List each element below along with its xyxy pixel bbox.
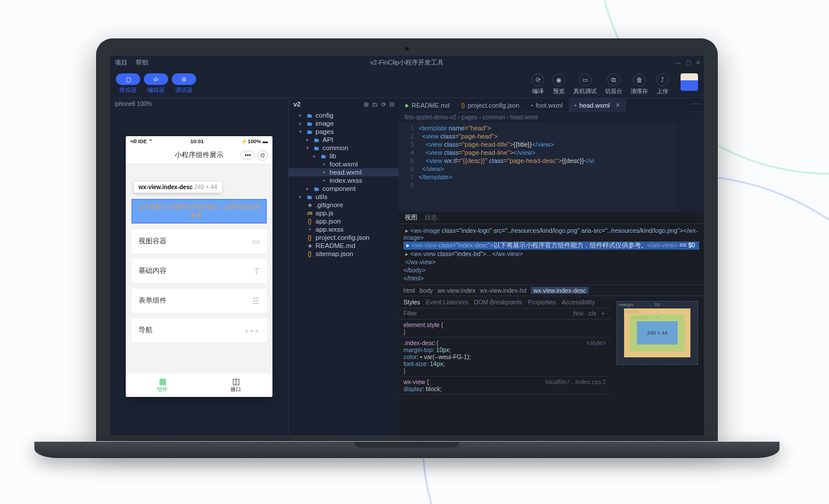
element-style-rule[interactable]: element.style { }: [399, 320, 611, 338]
cache-label: 清缓存: [630, 87, 648, 95]
upload-label: 上传: [657, 87, 668, 95]
folder-api[interactable]: ▸🖿API: [289, 136, 399, 144]
tab-close-icon[interactable]: ✕: [615, 102, 620, 108]
devtools-tab-wxml[interactable]: 视图: [405, 214, 417, 222]
project-root[interactable]: v2: [293, 101, 300, 108]
background-icon[interactable]: ⧉: [607, 73, 620, 86]
new-folder-icon[interactable]: 🗀: [372, 101, 378, 108]
folder-utils[interactable]: ▸🖿utils: [289, 193, 399, 201]
cls-toggle[interactable]: .cls: [587, 310, 596, 318]
new-file-icon[interactable]: ⊞: [364, 101, 369, 108]
tabbar-components[interactable]: ▦组件: [126, 373, 199, 397]
json-icon: {}: [461, 102, 465, 108]
refresh-icon[interactable]: ⟳: [381, 101, 386, 108]
text-icon: 𝕋: [254, 267, 260, 276]
menu-item-view-container[interactable]: 视图容器▭: [132, 229, 267, 253]
remote-label: 真机调试: [573, 87, 597, 95]
remote-icon[interactable]: ▭: [579, 73, 591, 86]
tab-project-config[interactable]: {}project.config.json: [455, 98, 525, 112]
styles-filter-input[interactable]: Filter: [403, 310, 572, 318]
menu-item-navigation[interactable]: 导航∘∘∘: [132, 318, 267, 342]
file-readme[interactable]: ◆README.md: [289, 242, 399, 250]
hov-toggle[interactable]: :hov: [572, 310, 584, 318]
file-project-config[interactable]: {}project.config.json: [289, 233, 399, 242]
editor-panel: ◆README.md {}project.config.json ▪foot.w…: [399, 98, 704, 435]
topbar: ▢模拟器 ‹/›编辑器 ılı调试器 ⟳编译 ◉预览 ▭真机调试 ⧉切后台 🗑清…: [110, 69, 704, 98]
styles-tab[interactable]: Styles: [403, 299, 420, 306]
tab-head-wxml[interactable]: ▪head.wxml✕: [569, 98, 626, 112]
folder-pages[interactable]: ▾🖿pages: [289, 127, 399, 136]
simulator-toggle[interactable]: ▢: [116, 73, 140, 85]
collapse-icon[interactable]: ⊟: [389, 101, 394, 108]
close-icon[interactable]: ✕: [696, 59, 700, 66]
file-app-wxss[interactable]: ▪app.wxss: [289, 225, 399, 233]
file-sitemap[interactable]: {}sitemap.json: [289, 250, 399, 258]
compile-label: 编译: [532, 87, 544, 95]
file-explorer: v2 ⊞ 🗀 ⟳ ⊟ ▸🖿config ▸🖿image ▾🖿pages ▸🖿AP…: [288, 98, 399, 435]
code-lines[interactable]: <template name="head"> <view class="page…: [419, 122, 594, 212]
dom-tree[interactable]: ▸ <wx-image class="index-logo" src="../r…: [399, 224, 704, 285]
menu-item-basic-content[interactable]: 基础内容𝕋: [132, 259, 267, 283]
box-model-content: 240 × 44: [637, 321, 678, 345]
folder-image[interactable]: ▸🖿image: [289, 119, 399, 127]
file-foot-wxml[interactable]: ▪foot.wxml: [289, 160, 399, 168]
box-model: margin10 border– padding– 240 × 44: [611, 296, 704, 435]
preview-label: 预览: [553, 87, 565, 95]
code-editor[interactable]: 12345678 <template name="head"> <view cl…: [399, 122, 704, 212]
dom-breakpoints-tab[interactable]: DOM Breakpoints: [474, 299, 522, 306]
menu-project[interactable]: 项目: [115, 58, 127, 67]
add-rule-icon[interactable]: ＋: [600, 310, 606, 318]
file-index-wxss[interactable]: ▪index.wxss: [289, 176, 399, 184]
wx-view-rule[interactable]: localfile:/…index.css:2 wx-view { displa…: [399, 377, 611, 395]
close-capsule-icon[interactable]: ⊙: [257, 150, 268, 161]
devtools-tab-log[interactable]: 日志: [424, 214, 437, 222]
folder-lib[interactable]: ▸🖿lib: [289, 152, 399, 160]
avatar[interactable]: [681, 73, 698, 91]
tab-foot-wxml[interactable]: ▪foot.wxml: [525, 98, 569, 112]
folder-config[interactable]: ▸🖿config: [289, 111, 399, 119]
tab-readme[interactable]: ◆README.md: [399, 98, 455, 112]
list-icon: ☰: [252, 296, 260, 306]
simulator-label: 模拟器: [119, 86, 137, 94]
debugger-toggle[interactable]: ılı: [172, 73, 196, 85]
minimap[interactable]: [676, 122, 704, 212]
dom-breadcrumb[interactable]: htmlbodywx-view.indexwx-view.index-hdwx-…: [399, 285, 704, 296]
file-app-js[interactable]: JSapp.js: [289, 209, 399, 217]
breadcrumb[interactable]: fino-applet-demo-v2 › pages › common › h…: [399, 112, 704, 122]
grid-icon: ▦: [126, 377, 199, 386]
signal-indicator: •ıll IDE ⌃: [130, 139, 153, 144]
menu-help[interactable]: 帮助: [136, 58, 148, 67]
preview-icon[interactable]: ◉: [552, 73, 565, 86]
minimize-icon[interactable]: —: [675, 59, 681, 66]
editor-tabs: ◆README.md {}project.config.json ▪foot.w…: [399, 98, 704, 112]
accessibility-tab[interactable]: Accessibility: [562, 299, 595, 306]
editor-label: 编辑器: [147, 86, 165, 94]
cache-icon[interactable]: 🗑: [633, 73, 646, 86]
upload-icon[interactable]: ⤴: [656, 73, 669, 86]
folder-component[interactable]: ▸🖿component: [289, 184, 399, 193]
window-title: v2-FinClip小程序开发工具: [370, 58, 444, 67]
status-bar: •ıll IDE ⌃ 10:01 ⚡100% ▬: [126, 136, 272, 147]
phone-preview: •ıll IDE ⌃ 10:01 ⚡100% ▬ 小程序组件展示 ••• ⊙: [126, 136, 272, 397]
compile-icon[interactable]: ⟳: [532, 73, 544, 86]
file-gitignore[interactable]: ◆.gitignore: [289, 201, 399, 209]
simulator-device-label[interactable]: iphone6 100%: [110, 98, 288, 109]
tabbar-api[interactable]: ◫接口: [199, 373, 272, 397]
event-listeners-tab[interactable]: Event Listeners: [426, 299, 468, 306]
file-head-wxml[interactable]: ▪head.wxml: [289, 168, 399, 176]
camera-dot: [405, 47, 409, 51]
menu-item-form[interactable]: 表单组件☰: [132, 289, 267, 313]
laptop-base: [34, 442, 780, 458]
tabs-overflow-icon[interactable]: ⋯: [688, 98, 704, 112]
selected-dom-node[interactable]: ▸ <wx-view class="index-desc">以下将展示小程序官方…: [403, 242, 699, 250]
index-desc-rule[interactable]: <style> .index-desc { margin-top: 10px; …: [399, 338, 611, 377]
more-menu-icon[interactable]: •••: [240, 151, 255, 159]
devtools: 视图 日志 ▸ <wx-image class="index-logo" src…: [399, 212, 704, 435]
editor-toggle[interactable]: ‹/›: [144, 73, 168, 85]
maximize-icon[interactable]: ▢: [686, 59, 691, 66]
folder-common[interactable]: ▾🖿common: [289, 144, 399, 152]
properties-tab[interactable]: Properties: [528, 299, 556, 306]
wxml-icon: ▪: [531, 102, 533, 108]
highlighted-element[interactable]: 以下将展示小程序官方组件能力。组件样式仅供参考。: [132, 199, 267, 223]
file-app-json[interactable]: {}app.json: [289, 217, 399, 225]
